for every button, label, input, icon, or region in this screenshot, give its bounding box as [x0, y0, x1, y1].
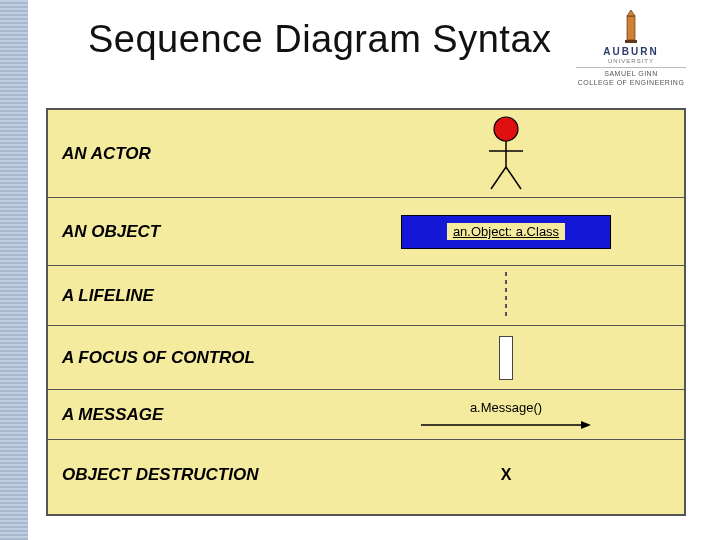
- row-message: A MESSAGE a.Message(): [48, 390, 684, 440]
- label-message: A MESSAGE: [48, 390, 328, 439]
- logo-subtitle-2: SAMUEL GINN: [576, 70, 686, 78]
- label-lifeline: A LIFELINE: [48, 266, 328, 325]
- svg-rect-0: [627, 16, 635, 40]
- svg-point-3: [494, 117, 518, 141]
- decorative-left-stripe: [0, 0, 28, 540]
- object-text: an.Object: a.Class: [447, 223, 565, 240]
- visual-lifeline: [328, 266, 684, 325]
- logo-subtitle-3: COLLEGE OF ENGINEERING: [576, 79, 686, 87]
- label-actor: AN ACTOR: [48, 110, 328, 197]
- destruction-x-icon: X: [501, 466, 512, 484]
- svg-marker-9: [581, 421, 591, 429]
- svg-marker-1: [627, 10, 635, 16]
- svg-line-6: [491, 167, 506, 189]
- logo-name: AUBURN: [576, 46, 686, 58]
- university-logo: AUBURN UNIVERSITY SAMUEL GINN COLLEGE OF…: [576, 10, 686, 87]
- svg-line-7: [506, 167, 521, 189]
- visual-destruction: X: [328, 440, 684, 510]
- slide-title: Sequence Diagram Syntax: [88, 18, 580, 61]
- svg-rect-2: [625, 40, 637, 43]
- message-arrow-icon: a.Message(): [406, 400, 606, 429]
- logo-tower-icon: [620, 10, 642, 44]
- label-object: AN OBJECT: [48, 198, 328, 265]
- slide-header: Sequence Diagram Syntax: [88, 18, 580, 61]
- row-destruction: OBJECT DESTRUCTION X: [48, 440, 684, 510]
- visual-focus: [328, 326, 684, 389]
- visual-actor: [328, 110, 684, 197]
- actor-icon: [481, 115, 531, 193]
- focus-of-control-icon: [499, 336, 513, 380]
- label-destruction: OBJECT DESTRUCTION: [48, 440, 328, 510]
- row-object: AN OBJECT an.Object: a.Class: [48, 198, 684, 266]
- lifeline-icon: [505, 272, 507, 320]
- visual-object: an.Object: a.Class: [328, 198, 684, 265]
- logo-subtitle-1: UNIVERSITY: [576, 58, 686, 68]
- label-focus: A FOCUS OF CONTROL: [48, 326, 328, 389]
- row-actor: AN ACTOR: [48, 110, 684, 198]
- message-text: a.Message(): [470, 400, 542, 415]
- object-box-icon: an.Object: a.Class: [401, 215, 611, 249]
- visual-message: a.Message(): [328, 390, 684, 439]
- syntax-table: AN ACTOR AN OBJECT an.Object: a.Class A …: [46, 108, 686, 516]
- row-focus: A FOCUS OF CONTROL: [48, 326, 684, 390]
- row-lifeline: A LIFELINE: [48, 266, 684, 326]
